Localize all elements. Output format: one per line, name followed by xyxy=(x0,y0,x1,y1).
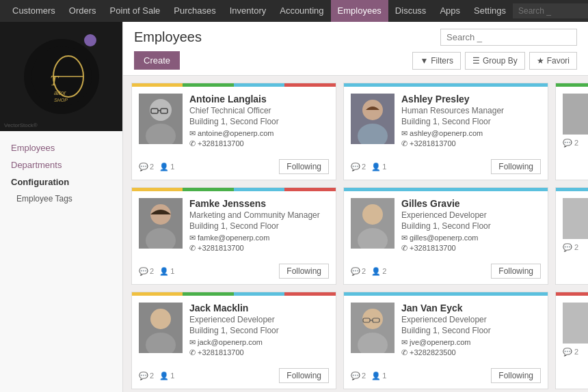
message-icon: 💬 xyxy=(139,372,148,380)
employee-card-partial-0: 💬 2 xyxy=(555,83,588,180)
top-navigation: Customers Orders Point of Sale Purchases… xyxy=(0,0,588,22)
sidebar-item-departments[interactable]: Departments xyxy=(0,156,122,173)
star-icon: ★ xyxy=(537,56,544,66)
employee-phone: ✆ +3281813700 xyxy=(189,139,329,148)
activity-count: 1 xyxy=(170,372,174,380)
nav-accounting[interactable]: Accounting xyxy=(273,0,330,22)
following-button-1[interactable]: Following xyxy=(491,159,541,174)
card-footer: 💬 2 👤 1 Following xyxy=(132,156,336,180)
following-button-5[interactable]: Following xyxy=(491,368,541,383)
employee-phone: ✆ +3281813700 xyxy=(189,244,329,253)
activities-stat: 👤 1 xyxy=(371,372,386,380)
main-content: Employees Create ▼ Filters ☰ Group By ★ … xyxy=(123,22,588,392)
employee-email: ✉ jack@openerp.com xyxy=(189,338,329,347)
cards-area: Antoine Langlais Chief Technical Officer… xyxy=(123,76,588,392)
activities-stat: 👤 1 xyxy=(159,163,174,171)
card-stats: 💬 2 👤 1 xyxy=(139,372,174,380)
card-body: Ashley Presley Human Resources Manager B… xyxy=(344,87,548,156)
employee-card-4[interactable]: Jack Macklin Experienced Developer Build… xyxy=(131,292,336,389)
activity-icon: 👤 xyxy=(371,372,381,380)
nav-orders[interactable]: Orders xyxy=(62,0,103,22)
top-search xyxy=(513,3,588,18)
favorites-label: Favori xyxy=(547,56,570,66)
message-count: 2 xyxy=(150,163,154,171)
main-header: Employees Create ▼ Filters ☰ Group By ★ … xyxy=(123,22,588,76)
employee-card-0[interactable]: Antoine Langlais Chief Technical Officer… xyxy=(131,83,336,180)
nav-apps[interactable]: Apps xyxy=(433,0,467,22)
activity-icon: 👤 xyxy=(159,372,169,380)
search-input[interactable] xyxy=(440,29,577,46)
nav-point-of-sale[interactable]: Point of Sale xyxy=(103,0,168,22)
activity-icon: 👤 xyxy=(371,267,381,276)
messages-stat: 💬 2 xyxy=(351,372,366,380)
message-icon: 💬 xyxy=(139,267,148,276)
logo-image: T aitor SHOP xyxy=(24,39,99,114)
activity-icon: 👤 xyxy=(371,163,381,171)
message-count: 2 xyxy=(150,372,154,380)
employee-email: ✉ ashley@openerp.com xyxy=(401,129,541,138)
card-footer: 💬 2 👤 1 Following xyxy=(344,156,548,180)
filters-button[interactable]: ▼ Filters xyxy=(412,52,461,70)
following-button-3[interactable]: Following xyxy=(491,264,541,279)
following-button-4[interactable]: Following xyxy=(279,368,329,383)
card-body: Jan Van Eyck Experienced Developer Build… xyxy=(344,296,548,365)
employee-card-5[interactable]: Jan Van Eyck Experienced Developer Build… xyxy=(343,292,548,389)
messages-stat: 💬 2 xyxy=(139,267,154,276)
activity-icon: 👤 xyxy=(159,163,169,171)
cards-row-1: Antoine Langlais Chief Technical Officer… xyxy=(131,83,580,180)
sidebar: T aitor SHOP VectorStock® Employees Depa… xyxy=(0,22,123,392)
activities-stat: 👤 2 xyxy=(371,267,386,276)
employee-email: ✉ antoine@openerp.com xyxy=(189,129,329,138)
activities-stat: 👤 1 xyxy=(159,372,174,380)
sidebar-item-configuration[interactable]: Configuration xyxy=(0,173,122,191)
groupby-button[interactable]: ☰ Group By xyxy=(465,52,525,70)
employee-email: ✉ gilles@openerp.com xyxy=(401,234,541,242)
employee-name: Ashley Presley xyxy=(401,94,541,104)
sidebar-item-employees[interactable]: Employees xyxy=(0,139,122,156)
nav-inventory[interactable]: Inventory xyxy=(223,0,273,22)
cards-row-2: Famke Jenssens Marketing and Community M… xyxy=(131,187,580,285)
sidebar-item-employee-tags[interactable]: Employee Tags xyxy=(0,191,122,207)
message-icon: 💬 xyxy=(351,372,360,380)
employee-card-3[interactable]: Gilles Gravie Experienced Developer Buil… xyxy=(343,187,548,285)
top-search-input[interactable] xyxy=(513,3,588,18)
avatar xyxy=(139,94,183,144)
filters-label: Filters xyxy=(431,56,453,66)
nav-settings[interactable]: Settings xyxy=(467,0,513,22)
page-title: Employees xyxy=(134,29,202,45)
vectorstock-label: VectorStock® xyxy=(4,122,38,128)
employee-role: Experienced Developer xyxy=(189,315,329,324)
svg-point-22 xyxy=(150,309,171,329)
nav-customers[interactable]: Customers xyxy=(5,0,62,22)
employee-card-partial-1: 💬 2 xyxy=(555,187,588,285)
message-count: 2 xyxy=(150,267,154,275)
avatar xyxy=(351,198,395,249)
card-body: Famke Jenssens Marketing and Community M… xyxy=(132,191,336,261)
svg-point-19 xyxy=(362,204,383,225)
messages-stat: 💬 2 xyxy=(139,163,154,171)
create-button[interactable]: Create xyxy=(134,51,180,70)
employee-building: Building 1, Second Floor xyxy=(189,326,329,335)
employee-name: Famke Jenssens xyxy=(189,198,329,209)
card-info: Jan Van Eyck Experienced Developer Build… xyxy=(401,303,541,359)
activity-count: 2 xyxy=(382,267,386,275)
employee-email: ✉ jve@openerp.com xyxy=(401,338,541,347)
messages-stat: 💬 2 xyxy=(351,267,366,276)
employee-card-1[interactable]: Ashley Presley Human Resources Manager B… xyxy=(343,83,548,180)
card-body: Antoine Langlais Chief Technical Officer… xyxy=(132,87,336,156)
message-count: 2 xyxy=(362,267,366,275)
employee-card-2[interactable]: Famke Jenssens Marketing and Community M… xyxy=(131,187,336,285)
nav-purchases[interactable]: Purchases xyxy=(167,0,222,22)
message-icon: 💬 xyxy=(351,267,360,276)
card-footer: 💬 2 👤 2 Following xyxy=(344,261,548,284)
employee-role: Experienced Developer xyxy=(401,315,541,324)
card-stats: 💬 2 👤 1 xyxy=(139,163,174,171)
nav-discuss[interactable]: Discuss xyxy=(388,0,433,22)
header-top: Employees xyxy=(134,29,577,46)
employee-name: Jack Macklin xyxy=(189,303,329,313)
following-button-0[interactable]: Following xyxy=(279,159,329,174)
following-button-2[interactable]: Following xyxy=(279,264,329,279)
nav-employees[interactable]: Employees xyxy=(331,0,388,22)
favorites-button[interactable]: ★ Favori xyxy=(529,52,577,70)
message-icon: 💬 xyxy=(139,163,148,171)
